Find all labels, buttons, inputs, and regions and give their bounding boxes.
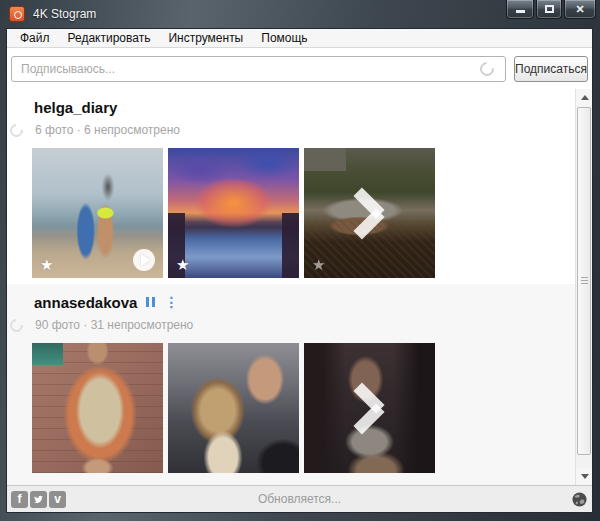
globe-language-icon[interactable] <box>571 491 588 508</box>
account-subline: 6 фото · 6 непросмотрено <box>34 123 575 137</box>
arrow-up-icon <box>581 95 589 100</box>
photo-thumb-beach-surfer[interactable]: ★ <box>32 148 163 278</box>
subscribe-button[interactable]: Подписаться <box>514 56 588 82</box>
account-row: annasedakova ⋮ 90 фото · 31 непросмотрен… <box>7 284 575 485</box>
arrow-down-icon <box>581 474 589 479</box>
subscribe-row: Подписаться <box>7 48 592 89</box>
account-stats: 90 фото · 31 непросмотрено <box>35 318 193 332</box>
account-subline: 90 фото · 31 непросмотрено <box>34 318 575 332</box>
scrollbar-thumb[interactable] <box>577 107 591 455</box>
maximize-icon <box>545 5 554 13</box>
pause-icon[interactable] <box>146 297 155 307</box>
photo-thumb-sunset-canal[interactable]: ★ <box>168 148 299 278</box>
subscribe-input-wrap <box>11 56 506 82</box>
account-username: helga_diary <box>34 99 117 116</box>
window-title: 4K Stogram <box>33 7 96 21</box>
star-icon: ★ <box>40 256 53 274</box>
photo-strip: ★ ★ ★ <box>32 148 575 278</box>
account-header: annasedakova ⋮ <box>34 292 575 312</box>
app-icon[interactable] <box>9 6 25 22</box>
menu-tools[interactable]: Инструменты <box>159 31 252 45</box>
scrollbar-grip-icon <box>581 277 588 285</box>
account-row: helga_diary 6 фото · 6 непросмотрено ★ ★ <box>7 89 575 284</box>
account-spinner-icon <box>7 316 25 334</box>
status-bar: f v Обновляется... <box>7 485 592 512</box>
account-stats: 6 фото · 6 непросмотрено <box>35 123 180 137</box>
minimize-icon <box>516 10 525 13</box>
star-icon: ★ <box>176 256 189 274</box>
subscribe-input[interactable] <box>11 56 506 82</box>
account-feed: helga_diary 6 фото · 6 непросмотрено ★ ★ <box>7 89 575 485</box>
kebab-menu-icon[interactable]: ⋮ <box>164 297 178 307</box>
play-video-icon <box>133 249 155 271</box>
photo-thumb-poolside-knit[interactable] <box>32 343 163 473</box>
account-header: helga_diary <box>34 97 575 117</box>
account-spinner-icon <box>7 121 25 139</box>
chevron-right-icon[interactable] <box>351 185 389 241</box>
minimize-button[interactable] <box>506 0 534 19</box>
close-button[interactable]: ✕ <box>564 0 596 19</box>
chevron-right-icon[interactable] <box>351 380 389 436</box>
photo-thumb-mirror-selfie[interactable] <box>304 343 435 473</box>
client-area: Файл Редактировать Инструменты Помощь По… <box>6 28 593 513</box>
photo-thumb-lawn-blanket[interactable]: ★ <box>304 148 435 278</box>
star-icon: ★ <box>312 256 325 274</box>
close-icon: ✕ <box>575 4 584 15</box>
menu-edit[interactable]: Редактировать <box>59 31 160 45</box>
menu-bar: Файл Редактировать Инструменты Помощь <box>7 29 592 48</box>
status-text: Обновляется... <box>7 492 592 506</box>
maximize-button[interactable] <box>536 0 562 19</box>
photo-thumb-dog-selfie[interactable] <box>168 343 299 473</box>
menu-file[interactable]: Файл <box>11 31 59 45</box>
titlebar[interactable]: 4K Stogram ✕ <box>0 0 600 28</box>
photo-strip <box>32 343 575 473</box>
feed-area: helga_diary 6 фото · 6 непросмотрено ★ ★ <box>7 89 592 485</box>
scrollbar[interactable] <box>575 89 592 485</box>
scroll-up-button[interactable] <box>576 89 592 106</box>
window-controls: ✕ <box>506 0 596 19</box>
account-username: annasedakova <box>34 294 137 311</box>
app-window: 4K Stogram ✕ Файл Редактировать Инструме… <box>0 0 600 521</box>
menu-help[interactable]: Помощь <box>252 31 316 45</box>
scroll-down-button[interactable] <box>576 468 592 485</box>
